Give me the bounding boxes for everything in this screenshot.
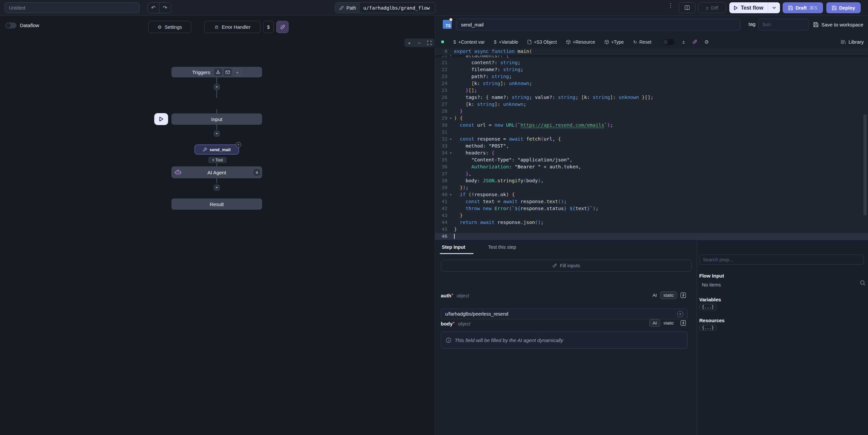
zoom-fit-button[interactable] [424, 38, 434, 47]
insert-step-top-button[interactable]: + [214, 84, 220, 90]
auth-mode-static[interactable]: static [660, 291, 677, 299]
dollar-button[interactable]: $ [263, 21, 274, 33]
add-s3-object-button[interactable]: +S3 Object [527, 39, 557, 45]
code-line[interactable]: 34▾headers: { [435, 150, 868, 156]
flow-summary-input[interactable] [5, 2, 140, 13]
editor-toggle[interactable] [662, 39, 675, 45]
test-flow-dropdown-button[interactable] [768, 2, 780, 13]
result-node[interactable]: Result [172, 198, 262, 210]
code-line[interactable]: 41const text = await response.text(); [435, 198, 868, 205]
ai-agent-node[interactable]: AI Agent [172, 166, 262, 178]
insert-step-mid-button[interactable]: + [214, 131, 220, 136]
code-line[interactable]: 40▾if (!response.ok) { [435, 191, 868, 198]
wrench-icon [203, 148, 207, 152]
code-line[interactable]: 42throw new Error(`${response.status} ${… [435, 205, 868, 212]
code-line[interactable]: 44return await response.json(); [435, 219, 868, 226]
code-line[interactable]: 30const url = new URL(`https://api.resen… [435, 122, 868, 129]
code-line[interactable]: 46 [435, 233, 868, 240]
code-line[interactable]: 22filename?: string; [435, 66, 868, 73]
add-trigger-button[interactable]: + [233, 68, 241, 76]
field-name: auth [441, 293, 452, 299]
ai-wand-small-icon[interactable] [692, 39, 697, 44]
body-mode-static[interactable]: static [660, 319, 677, 327]
variables-chip[interactable]: {...} [699, 304, 716, 310]
code-line[interactable]: 31 [435, 129, 868, 136]
add-resource-button[interactable]: +Resource [566, 39, 595, 45]
reset-button[interactable]: ↻Reset [633, 39, 651, 45]
code-line[interactable]: 35"Content-Type": "application/json", [435, 156, 868, 163]
play-icon [159, 117, 164, 122]
webhook-icon[interactable] [214, 68, 222, 76]
add-variable-button[interactable]: $+Variable [494, 39, 518, 45]
ai-wand-button[interactable] [276, 21, 288, 33]
code-line[interactable]: 21content?: string; [435, 59, 868, 66]
code-line[interactable]: 24[k: string]: unknown; [435, 80, 868, 87]
insert-step-bottom-button[interactable]: + [214, 185, 220, 190]
tag-label: tag [748, 21, 755, 27]
code-line[interactable]: 33method: "POST", [435, 143, 868, 150]
settings-button[interactable]: ⚙ Settings [148, 21, 191, 33]
test-flow-button[interactable]: Test flow [730, 2, 768, 13]
editor-settings-gear-icon[interactable]: ⚙ [705, 39, 709, 45]
save-to-workspace-button[interactable]: Save to workspace [813, 20, 863, 29]
add-tool-button[interactable]: + Tool [208, 157, 227, 163]
code-line[interactable]: 43} [435, 212, 868, 219]
undo-button[interactable]: ↶ [148, 3, 159, 13]
zoom-out-button[interactable]: − [414, 38, 424, 47]
code-line[interactable]: 45} [435, 226, 868, 233]
code-line[interactable]: 29▾) { [435, 115, 868, 122]
add-type-button[interactable]: +Type [604, 39, 624, 45]
code-line[interactable]: 27[k: string]: unknown; [435, 101, 868, 108]
flow-input-empty: No items [702, 282, 721, 287]
code-scrollbar[interactable] [863, 115, 867, 215]
remove-tool-button[interactable]: × [236, 142, 241, 148]
code-editor[interactable]: 8 export async function main( 20▾attachm… [435, 48, 868, 241]
tab-step-input[interactable]: Step Input [442, 241, 465, 253]
code-line[interactable]: 37}, [435, 170, 868, 177]
expression-icon[interactable] [680, 319, 686, 326]
deploy-button[interactable]: Deploy [826, 2, 861, 13]
code-line[interactable]: 26tags?: { name?: string; value?: string… [435, 94, 868, 101]
code-line[interactable]: 39}); [435, 184, 868, 191]
editor-toolbar: $+Context var $+Variable +S3 Object +Res… [435, 36, 868, 48]
draft-button[interactable]: Draft ⌘S [783, 2, 823, 13]
search-icon[interactable] [860, 280, 866, 286]
wand-icon [280, 25, 285, 30]
redo-button[interactable]: ↷ [159, 3, 171, 13]
error-handler-button[interactable]: Error Handler [204, 21, 260, 33]
resource-label: +Resource [573, 39, 595, 45]
diff-button[interactable]: ± Diff [698, 2, 726, 13]
code-line[interactable]: 25}[]; [435, 87, 868, 94]
send-mail-tool-node[interactable]: send_mail [194, 145, 239, 154]
body-mode-ai[interactable]: AI [649, 319, 660, 327]
library-button[interactable]: Library [841, 39, 864, 45]
code-line[interactable]: 28} [435, 108, 868, 115]
zoom-in-button[interactable]: + [404, 38, 414, 47]
code-line[interactable]: 38body: JSON.stringify(body), [435, 177, 868, 184]
expression-icon[interactable] [680, 292, 686, 299]
dataflow-toggle[interactable] [5, 23, 17, 28]
resources-chip[interactable]: {...} [699, 324, 716, 331]
code-line[interactable]: 36Authorization: "Bearer " + auth.token, [435, 163, 868, 170]
triggers-node[interactable]: Triggers + [172, 67, 262, 77]
fill-inputs-button[interactable]: Fill inputs [441, 260, 692, 272]
email-trigger-icon[interactable] [224, 68, 231, 76]
flow-canvas: Dataflow ⚙ Settings Error Handler $ + − … [0, 15, 435, 435]
path-box[interactable]: Path u/farhadglbs/grand_flow [335, 2, 435, 13]
input-node[interactable]: Input [172, 114, 262, 125]
run-input-button[interactable] [154, 113, 168, 125]
tag-input[interactable] [758, 19, 809, 30]
docs-button[interactable] [679, 2, 695, 13]
auth-value-input[interactable] [441, 309, 688, 319]
diff-small-icon[interactable]: ± [682, 39, 685, 45]
more-menu-button[interactable]: ⋮ [666, 3, 674, 12]
code-line[interactable]: 32▾const response = await fetch(url, { [435, 136, 868, 143]
clear-auth-button[interactable]: × [677, 311, 683, 317]
prop-search-input[interactable] [699, 255, 864, 265]
step-name-input[interactable] [456, 19, 741, 30]
add-context-var-button[interactable]: $+Context var [453, 39, 485, 45]
auth-mode-ai[interactable]: AI [649, 291, 660, 299]
tab-test-this-step[interactable]: Test this step [488, 241, 516, 253]
bug-icon [214, 25, 219, 29]
code-line[interactable]: 23path?: string; [435, 73, 868, 80]
